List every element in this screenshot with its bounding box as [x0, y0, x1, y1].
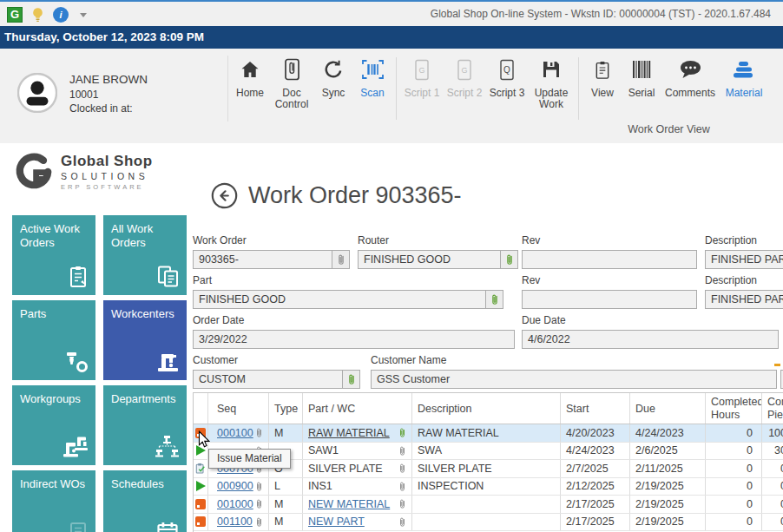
- sync-icon: [323, 56, 344, 83]
- avatar[interactable]: [17, 73, 57, 113]
- attachment-icon[interactable]: [255, 427, 263, 438]
- sidebar-item-all-work-orders[interactable]: All Work Orders: [103, 215, 187, 295]
- part-link[interactable]: NEW PART: [308, 516, 365, 528]
- table-header: Seq Type Part / WC Description Start Due…: [194, 393, 783, 424]
- sidebar: Active Work Orders All Work Orders Parts…: [12, 215, 187, 532]
- logo-name: Global Shop: [61, 153, 153, 170]
- sidebar-item-parts[interactable]: Parts: [12, 300, 95, 380]
- work-order-field[interactable]: 903365-: [193, 250, 350, 269]
- attachment-icon[interactable]: [255, 498, 263, 509]
- order-date-field[interactable]: 3/29/2022: [193, 330, 515, 349]
- main-content: Global Shop SOLUTIONS ERP SOFTWARE Work …: [0, 143, 783, 532]
- window-title: Global Shop On-line System - Wkstn ID: 0…: [431, 2, 771, 26]
- description-field[interactable]: FINISHED PART: [705, 250, 783, 269]
- sidebar-item-departments[interactable]: Departments: [103, 385, 187, 465]
- required-tick: [774, 364, 780, 366]
- start-sequence-icon[interactable]: [196, 481, 206, 491]
- serial-button[interactable]: Serial: [624, 56, 659, 99]
- table-row[interactable]: 001000 M NEW MATERIAL 2/17/2025 2/19/202…: [194, 496, 783, 514]
- attachment-button[interactable]: [485, 291, 503, 308]
- svg-text:Q: Q: [503, 65, 510, 75]
- attachment-button[interactable]: [342, 371, 359, 388]
- table-row[interactable]: 001100 M NEW PART 2/17/2025 2/19/2025 0 …: [194, 514, 783, 532]
- logo-sub: SOLUTIONS: [61, 171, 153, 181]
- doc-control-button[interactable]: Doc Control: [272, 56, 312, 110]
- view-button[interactable]: View: [585, 56, 620, 99]
- user-name: JANE BROWN: [69, 73, 148, 86]
- part-text: INS1: [308, 480, 332, 492]
- comments-button[interactable]: Comments: [663, 56, 717, 99]
- part-label: Part: [193, 274, 212, 286]
- seq-link[interactable]: 001100: [217, 516, 253, 528]
- tip-lightbulb-icon[interactable]: [30, 6, 45, 23]
- part-link[interactable]: RAW MATERIAL: [308, 427, 390, 439]
- issued-clipboard-icon[interactable]: [195, 462, 206, 475]
- svg-text:G: G: [461, 66, 467, 75]
- seq-link[interactable]: 000900: [217, 480, 253, 492]
- scan-button[interactable]: Scan: [355, 56, 390, 99]
- logo-g-mark: [14, 152, 54, 192]
- script1-button: G Script 1: [403, 56, 441, 99]
- clipboards-icon: [157, 265, 180, 288]
- attachment-icon[interactable]: [398, 516, 406, 528]
- router-label: Router: [358, 234, 389, 246]
- attachment-icon[interactable]: [398, 427, 406, 438]
- mouse-cursor: [198, 430, 210, 449]
- back-button[interactable]: [211, 182, 238, 209]
- material-button[interactable]: Material: [721, 56, 767, 99]
- indirect-doc-icon: [68, 520, 89, 532]
- attachment-icon[interactable]: [255, 516, 263, 528]
- script3-icon: Q: [498, 56, 516, 83]
- attachment-icon[interactable]: [398, 481, 406, 492]
- due-date-label: Due Date: [522, 314, 566, 326]
- issue-material-icon[interactable]: [195, 499, 206, 509]
- attachment-button[interactable]: [332, 251, 349, 268]
- table-row[interactable]: 000900 L INS1 INSPECTION 2/12/2025 2/19/…: [194, 478, 783, 496]
- part-field[interactable]: FINISHED GOOD: [193, 290, 503, 309]
- logo-tag: ERP SOFTWARE: [61, 183, 153, 191]
- description2-field[interactable]: FINISHED PART D: [705, 290, 783, 309]
- due-date-field[interactable]: 4/6/2022: [522, 330, 779, 349]
- rev-label: Rev: [522, 234, 540, 246]
- router-field[interactable]: FINISHED GOOD: [358, 250, 518, 269]
- home-button[interactable]: Home: [233, 56, 267, 99]
- info-icon[interactable]: i: [53, 7, 69, 23]
- toolbar: Home Doc Control Sync: [233, 56, 767, 120]
- customer-name-field[interactable]: GSS Customer: [371, 370, 777, 389]
- dropdown-caret-icon[interactable]: [80, 13, 87, 17]
- attachment-icon[interactable]: [398, 498, 406, 509]
- bolt-icon: [64, 351, 89, 373]
- part-text: SILVER PLATE: [308, 463, 383, 475]
- seq-link[interactable]: 000100: [217, 427, 253, 439]
- seq-link[interactable]: 001000: [217, 498, 253, 510]
- date-banner: Thursday, October 12, 2023 8:09 PM: [0, 26, 783, 49]
- sidebar-item-schedules[interactable]: Schedules: [103, 470, 187, 532]
- sidebar-item-workgroups[interactable]: Workgroups: [12, 385, 95, 465]
- sidebar-item-workcenters[interactable]: Workcenters: [103, 300, 187, 380]
- customer-field[interactable]: CUSTOM: [193, 370, 360, 389]
- material-stack-icon: [732, 56, 756, 83]
- part-link[interactable]: NEW MATERIAL: [308, 498, 390, 510]
- sync-button[interactable]: Sync: [316, 56, 351, 99]
- toolbar-group-label: Work Order View: [578, 123, 760, 135]
- sidebar-item-active-work-orders[interactable]: Active Work Orders: [12, 215, 95, 295]
- rev2-field[interactable]: [522, 290, 697, 309]
- table-row[interactable]: 000100 M RAW MATERIAL RAW MATERIAL 4/20/…: [194, 424, 783, 443]
- rev2-label: Rev: [522, 274, 540, 286]
- attachment-icon[interactable]: [398, 463, 406, 474]
- attachment-icon[interactable]: [255, 481, 263, 492]
- app-logo-icon[interactable]: G: [7, 7, 23, 23]
- issue-material-icon[interactable]: [195, 516, 206, 527]
- doc-control-icon: [283, 56, 301, 83]
- sidebar-item-indirect-wos[interactable]: Indirect WOs: [12, 470, 95, 532]
- attachment-button[interactable]: [500, 251, 517, 268]
- rev-field[interactable]: [522, 250, 697, 269]
- header-separator: [227, 56, 228, 122]
- script2-button: G Script 2: [445, 56, 484, 99]
- comment-bubble-icon: [679, 56, 702, 83]
- window-titlebar: G i Global Shop On-line System - Wkstn I…: [0, 0, 783, 26]
- customer-label: Customer: [193, 354, 238, 366]
- update-work-button[interactable]: Update Work: [530, 56, 572, 110]
- attachment-icon[interactable]: [398, 445, 406, 456]
- script3-button[interactable]: Q Script 3: [488, 56, 526, 99]
